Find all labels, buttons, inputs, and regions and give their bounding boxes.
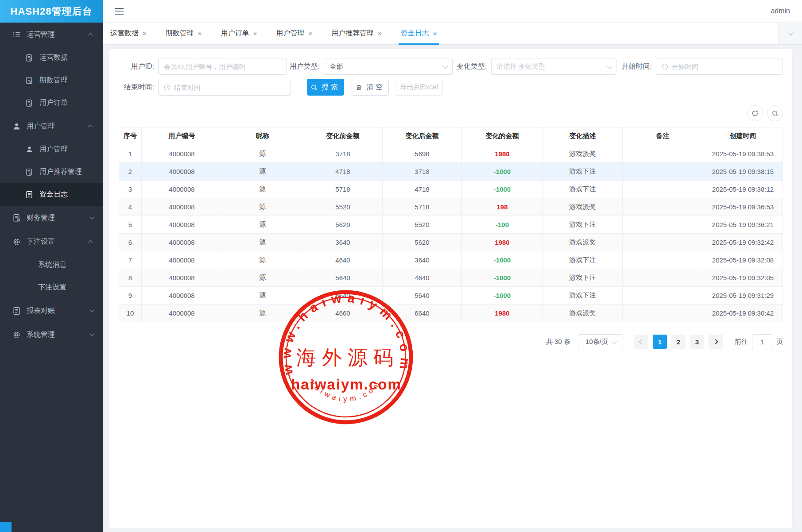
page-button-3[interactable]: 3	[690, 335, 704, 349]
page-size-select[interactable]: 10条/页	[578, 334, 623, 349]
sidebar-item-operations[interactable]: 运营管理	[0, 23, 103, 46]
goto-suffix: 页	[776, 338, 783, 346]
prev-page-button[interactable]	[634, 335, 648, 349]
table-row: 54000008源56205520-100游戏下注2025-05-19 09:3…	[119, 216, 783, 234]
doc-gear-icon	[25, 99, 34, 108]
close-icon[interactable]: ×	[378, 30, 382, 37]
column-search-button[interactable]	[767, 105, 783, 121]
chevron-down-icon	[443, 63, 449, 69]
chevron-left-icon	[639, 339, 643, 344]
top-header: admin	[103, 0, 802, 23]
start-time-input-wrap	[656, 58, 783, 75]
tab-label: 期数管理	[166, 29, 194, 38]
table-row: 14000008源371856981980游戏派奖2025-05-19 09:3…	[119, 145, 783, 163]
change-type-select[interactable]: 请选择 变化类型	[491, 58, 616, 75]
fund-log-table: 序号 用户编号 昵称 变化前金额 变化后金额 变化的金额 变化描述 备注 创建时…	[119, 127, 783, 322]
gear-icon	[12, 330, 21, 339]
search-button[interactable]: 搜索	[307, 79, 344, 96]
end-time-input[interactable]	[174, 84, 285, 91]
sidebar-item-label: 系统管理	[27, 330, 55, 339]
close-icon[interactable]: ×	[308, 30, 312, 37]
sidebar-item-bet-settings-sub[interactable]: 下注设置	[0, 276, 103, 299]
chevron-down-icon	[89, 307, 94, 312]
sidebar-item-system-management[interactable]: 系统管理	[0, 323, 103, 347]
table-row: 84000008源56404640-1000游戏下注2025-05-19 09:…	[119, 269, 783, 287]
user-id-input[interactable]	[164, 63, 281, 70]
current-user[interactable]: admin	[771, 7, 790, 15]
sidebar-item-label: 资金日志	[39, 190, 68, 199]
next-page-button[interactable]	[709, 335, 723, 349]
export-excel-button[interactable]: 导出到Excel	[395, 79, 443, 96]
fund-log-panel: 用户ID: 用户类型: 全部 变化类型: 请选择 变化类型 开始时间:	[109, 49, 792, 528]
close-icon[interactable]: ×	[143, 30, 147, 37]
refresh-icon	[752, 110, 759, 117]
chevron-right-icon	[713, 339, 718, 344]
sidebar-item-operations-data[interactable]: 运营数据	[0, 46, 103, 69]
list-icon	[12, 30, 21, 39]
tab-label: 运营数据	[110, 29, 139, 38]
main-area: admin 运营数据 × 期数管理 × 用户订单 × 用户管理 × 用户推荐管理…	[103, 0, 802, 532]
sidebar-item-period-management[interactable]: 期数管理	[0, 69, 103, 92]
table-row: 94000008源66405640-1000游戏下注2025-05-19 09:…	[119, 287, 783, 305]
sidebar-item-label: 下注设置	[27, 237, 55, 247]
tab-bar: 运营数据 × 期数管理 × 用户订单 × 用户管理 × 用户推荐管理 × 资金日…	[103, 23, 802, 45]
chevron-up-icon	[88, 33, 93, 38]
doc-icon	[12, 306, 21, 315]
close-icon[interactable]: ×	[198, 30, 202, 37]
end-time-label: 结束时间:	[119, 83, 154, 92]
goto-page-input[interactable]	[752, 334, 772, 349]
sidebar-item-system-messages[interactable]: 系统消息	[0, 254, 103, 276]
sidebar-item-label: 期数管理	[39, 76, 68, 85]
sidebar-item-user-orders[interactable]: 用户订单	[0, 92, 103, 114]
pagination: 共 30 条 10条/页 1 2 3 前往 页	[119, 334, 783, 349]
tab-overflow-dropdown[interactable]	[778, 23, 802, 44]
sidebar-item-fund-log[interactable]: 资金日志	[0, 183, 103, 206]
tab-user-referral[interactable]: 用户推荐管理 ×	[331, 23, 382, 44]
goto-label: 前往	[735, 338, 748, 346]
user-id-label: 用户ID:	[119, 62, 154, 71]
close-icon[interactable]: ×	[433, 30, 437, 37]
close-icon[interactable]: ×	[253, 30, 257, 37]
chevron-down-icon	[611, 338, 617, 344]
table-row: 104000008源466066401980游戏派奖2025-05-19 09:…	[119, 305, 783, 322]
refresh-button[interactable]	[747, 105, 763, 121]
chevron-down-icon	[89, 331, 94, 336]
sidebar-item-finance[interactable]: 财务管理	[0, 206, 103, 230]
sidebar-item-label: 系统消息	[38, 260, 66, 270]
sidebar-item-user-management[interactable]: 用户管理	[0, 114, 103, 138]
sidebar-item-report-reconciliation[interactable]: 报表对账	[0, 299, 103, 323]
tab-user-orders[interactable]: 用户订单 ×	[221, 23, 257, 44]
sidebar-item-user-management-sub[interactable]: 用户管理	[0, 138, 103, 161]
table-header: 序号 用户编号 昵称 变化前金额 变化后金额 变化的金额 变化描述 备注 创建时…	[119, 127, 783, 145]
column-header: 备注	[623, 127, 703, 145]
tab-user-management[interactable]: 用户管理 ×	[276, 23, 312, 44]
chevron-up-icon	[88, 240, 93, 245]
clock-icon	[164, 84, 170, 91]
table-row: 34000008源57184718-1000游戏下注2025-05-19 09:…	[119, 181, 783, 198]
doc-icon	[25, 190, 34, 199]
hamburger-menu-icon[interactable]	[115, 8, 124, 15]
tab-label: 用户订单	[221, 29, 249, 38]
tab-label: 资金日志	[401, 29, 429, 38]
clear-button[interactable]: 清空	[352, 79, 389, 96]
sidebar-item-user-referral[interactable]: 用户推荐管理	[0, 161, 103, 183]
total-count: 共 30 条	[546, 338, 570, 346]
page-button-1[interactable]: 1	[653, 335, 667, 349]
column-header: 创建时间	[703, 127, 783, 145]
start-time-input[interactable]	[672, 63, 777, 70]
clear-button-label: 清空	[366, 83, 385, 92]
sidebar: HASH28管理后台 运营管理 运营数据 期数管理 用户订单	[0, 0, 103, 532]
tab-fund-log[interactable]: 资金日志 ×	[401, 23, 437, 44]
tab-operations-data[interactable]: 运营数据 ×	[110, 23, 147, 44]
change-type-placeholder: 请选择 变化类型	[497, 62, 545, 71]
chevron-down-icon	[788, 30, 794, 36]
column-header: 变化后金额	[383, 127, 462, 145]
clock-icon	[662, 63, 668, 70]
sidebar-item-bet-settings[interactable]: 下注设置	[0, 230, 103, 254]
page-button-2[interactable]: 2	[671, 335, 686, 349]
user-type-select[interactable]: 全部	[324, 58, 453, 75]
sidebar-item-label: 财务管理	[27, 213, 55, 223]
tab-period-management[interactable]: 期数管理 ×	[166, 23, 202, 44]
sidebar-bottom-accent	[0, 522, 12, 532]
end-time-input-wrap	[158, 79, 291, 96]
